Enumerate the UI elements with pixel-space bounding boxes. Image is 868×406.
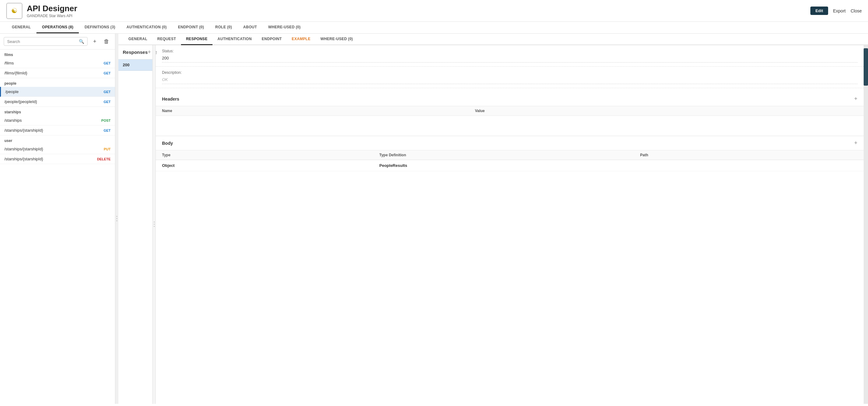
group-label-films: films	[0, 49, 115, 58]
list-item[interactable]: /films GET	[0, 58, 115, 68]
content-area: GENERAL REQUEST RESPONSE AUTHENTICATION …	[118, 34, 868, 404]
scrollbar-track	[864, 45, 868, 404]
method-badge: DELETE	[97, 157, 111, 161]
list-item[interactable]: /people/{peopleId} GET	[0, 97, 115, 107]
status-label: Status:	[162, 49, 858, 53]
subtab-request[interactable]: REQUEST	[152, 34, 181, 45]
response-detail-scroll: Status: 200 Description: OK Headers	[156, 45, 864, 404]
body-row-typedef: PeopleResults	[379, 163, 471, 168]
edit-button[interactable]: Edit	[810, 6, 828, 15]
list-item[interactable]: /films/{filmId} GET	[0, 68, 115, 78]
body-col-path: Path	[640, 153, 716, 157]
app-header: ☯ API Designer GANDRADE Star Wars API Ed…	[0, 0, 868, 22]
app-subtitle: GANDRADE Star Wars API	[27, 14, 77, 18]
headers-section: Headers + Name Value	[156, 92, 864, 135]
subtab-authentication[interactable]: AUTHENTICATION	[213, 34, 257, 45]
vertical-drag-handle[interactable]	[115, 34, 118, 404]
status-field: Status: 200	[156, 45, 864, 67]
subtab-general[interactable]: GENERAL	[123, 34, 152, 45]
sidebar-list: films /films GET /films/{filmId} GET peo…	[0, 49, 115, 404]
tab-about[interactable]: ABOUT	[238, 22, 262, 33]
status-value: 200	[162, 55, 858, 63]
tab-role[interactable]: ROLE (0)	[210, 22, 238, 33]
list-item[interactable]: /starships POST	[0, 115, 115, 126]
list-item[interactable]: /starships/{starshipId} DELETE	[0, 154, 115, 164]
list-item[interactable]: /starships/{starshipId} GET	[0, 126, 115, 135]
app-title-block: API Designer GANDRADE Star Wars API	[27, 4, 77, 18]
operation-path: /starships/{starshipId}	[4, 157, 43, 161]
operation-path: /starships	[4, 118, 22, 123]
operation-path: /films	[4, 61, 14, 65]
subtab-where-used[interactable]: WHERE-USED (0)	[315, 34, 358, 45]
list-item[interactable]: /starships/{starshipId} PUT	[0, 144, 115, 154]
operation-path: /starships/{starshipId}	[4, 147, 43, 151]
headers-table-header: Name Value	[156, 106, 864, 116]
description-placeholder: OK	[162, 77, 168, 82]
scrollbar-thumb[interactable]	[864, 48, 868, 86]
app-title: API Designer	[27, 4, 77, 13]
svg-point-1	[117, 218, 118, 219]
method-badge: POST	[101, 119, 111, 122]
method-badge: GET	[103, 71, 111, 75]
operation-path: /starships/{starshipId}	[4, 128, 43, 133]
search-input[interactable]	[7, 39, 78, 44]
add-header-button[interactable]: +	[854, 96, 858, 102]
search-wrapper: 🔍	[4, 37, 88, 46]
body-section-header: Body +	[156, 136, 864, 150]
svg-point-2	[117, 220, 118, 221]
header-right: Edit Export Close	[810, 6, 862, 15]
tab-general[interactable]: GENERAL	[6, 22, 36, 33]
delete-operation-button[interactable]: 🗑	[102, 37, 111, 46]
description-value: OK	[162, 76, 858, 84]
headers-empty-area	[156, 116, 864, 135]
subtab-endpoint[interactable]: ENDPOINT	[257, 34, 287, 45]
svg-point-0	[117, 216, 118, 217]
list-item[interactable]: /people GET	[0, 87, 115, 97]
sidebar-toolbar: 🔍 + 🗑	[0, 34, 115, 49]
svg-point-3	[154, 222, 155, 223]
tab-where-used[interactable]: WHERE-USED (0)	[262, 22, 306, 33]
table-row: Object PeopleResults	[156, 160, 864, 171]
subtab-example[interactable]: EXAMPLE	[287, 34, 315, 45]
tab-endpoint[interactable]: ENDPOINT (0)	[172, 22, 210, 33]
method-badge: GET	[103, 61, 111, 65]
top-nav: GENERAL OPERATIONS (8) DEFINITIONS (3) A…	[0, 22, 868, 34]
operation-path: /films/{filmId}	[4, 71, 27, 75]
body-col-type: Type	[162, 153, 227, 157]
svg-point-4	[154, 224, 155, 225]
tab-operations[interactable]: OPERATIONS (8)	[36, 22, 79, 33]
headers-section-header: Headers +	[156, 92, 864, 106]
body-section: Body + Type Type Definition Path Object …	[156, 136, 864, 171]
search-icon: 🔍	[79, 39, 84, 44]
add-body-button[interactable]: +	[854, 140, 858, 146]
method-badge: GET	[103, 100, 111, 104]
main-layout: 🔍 + 🗑 films /films GET /films/{filmId} G…	[0, 34, 868, 404]
body-col-typedef: Type Definition	[379, 153, 471, 157]
response-detail-panel: Status: 200 Description: OK Headers	[156, 45, 868, 404]
group-label-starships: starships	[0, 107, 115, 115]
subtab-response[interactable]: RESPONSE	[181, 34, 213, 45]
response-content: Responses + 🗑 200 S	[118, 45, 868, 404]
header-col-value: Value	[475, 109, 858, 113]
method-badge: PUT	[104, 147, 111, 151]
headers-title: Headers	[162, 97, 179, 102]
header-left: ☯ API Designer GANDRADE Star Wars API	[6, 3, 77, 19]
responses-title: Responses	[123, 49, 148, 55]
close-button[interactable]: Close	[850, 8, 862, 13]
group-label-user: user	[0, 135, 115, 144]
horizontal-drag-handle[interactable]	[153, 45, 156, 404]
add-operation-button[interactable]: +	[90, 37, 99, 46]
response-code-item[interactable]: 200	[118, 60, 152, 71]
export-button[interactable]: Export	[833, 8, 845, 13]
operation-path: /people	[5, 89, 19, 94]
svg-point-5	[154, 226, 155, 227]
description-field: Description: OK	[156, 67, 864, 88]
group-label-people: people	[0, 78, 115, 87]
tab-authentication[interactable]: AUTHENTICATION (0)	[121, 22, 172, 33]
method-badge: GET	[103, 129, 111, 132]
add-response-button[interactable]: +	[148, 49, 151, 56]
body-table-header: Type Type Definition Path	[156, 150, 864, 160]
tab-definitions[interactable]: DEFINITIONS (3)	[79, 22, 121, 33]
logo-icon: ☯	[11, 7, 18, 15]
body-title: Body	[162, 141, 173, 146]
